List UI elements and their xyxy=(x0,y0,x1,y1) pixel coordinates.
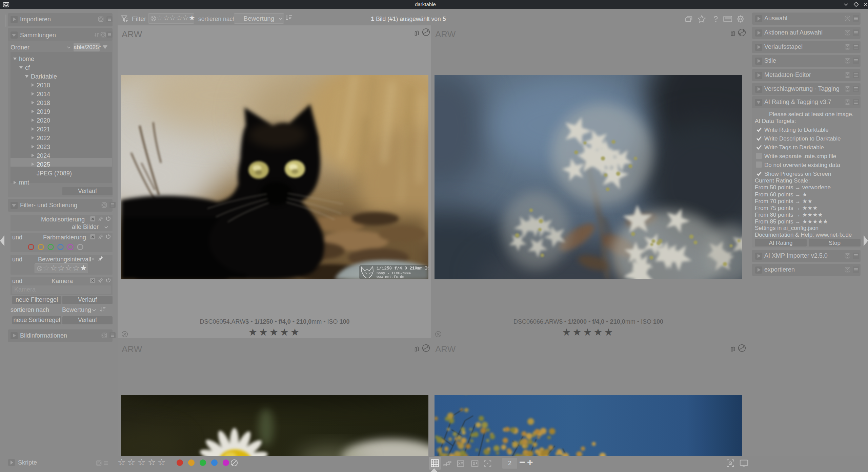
svg-text:www.net-fx.de: www.net-fx.de xyxy=(377,275,404,279)
svg-text:1/1250 f/4,0 210mm IS: 1/1250 f/4,0 210mm IS xyxy=(377,266,428,271)
